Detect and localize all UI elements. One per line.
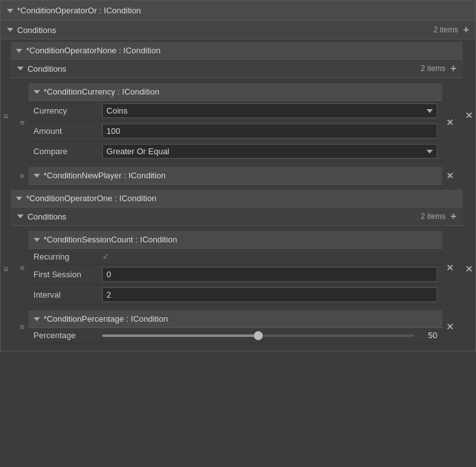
interval-input[interactable]: 2: [102, 287, 437, 302]
condition-currency-block: *ConditionCurrency : ICondition Currency…: [29, 83, 442, 162]
top-conditions-header: Conditions 2 items +: [1, 21, 475, 39]
operator-none-drag-handle[interactable]: ≡: [1, 106, 11, 126]
condition-session-collapse[interactable]: [34, 238, 40, 242]
currency-field-row: Currency Coins: [29, 101, 442, 121]
compare-select-value: Greater Or Equal: [107, 147, 169, 156]
operator-one-cond-count: 2 items: [421, 212, 446, 221]
operator-none-title: *ConditionOperatorNone : ICondition: [26, 46, 161, 55]
root-collapse-icon[interactable]: [7, 9, 13, 13]
condition-percentage-block: *ConditionPercentage : ICondition Percen…: [29, 310, 442, 343]
operator-one-conditions-content: ≡ *ConditionSessionCount : ICondition Re…: [11, 226, 463, 348]
top-conditions-collapse-icon[interactable]: [7, 28, 13, 32]
condition-percentage-row: ≡ *ConditionPercentage : ICondition Perc…: [11, 308, 463, 346]
interval-label: Interval: [34, 290, 97, 299]
currency-select-value: Coins: [107, 106, 128, 115]
operator-one-cond-label: Conditions: [27, 212, 66, 221]
operator-one-collapse-icon[interactable]: [16, 197, 22, 201]
first-session-label: First Session: [34, 270, 97, 279]
condition-session-block: *ConditionSessionCount : ICondition Recu…: [29, 231, 442, 305]
operator-none-cond-label: Conditions: [27, 64, 66, 74]
operator-one-drag-handle[interactable]: ≡: [1, 259, 11, 279]
condition-session-close[interactable]: ✕: [442, 261, 458, 275]
amount-field-row: Amount 100: [29, 121, 442, 141]
condition-session-row: ≡ *ConditionSessionCount : ICondition Re…: [11, 228, 463, 308]
operator-none-conditions-content: ≡ *ConditionCurrency : ICondition: [11, 78, 463, 190]
compare-label: Compare: [34, 147, 97, 156]
condition-new-player-title: *ConditionNewPlayer : ICondition: [44, 171, 166, 180]
condition-percentage-drag[interactable]: ≡: [16, 320, 29, 334]
condition-session-header: *ConditionSessionCount : ICondition: [29, 231, 442, 249]
condition-percentage-header: *ConditionPercentage : ICondition: [29, 310, 442, 328]
recurring-checkbox[interactable]: ✓: [102, 251, 110, 261]
percentage-label: Percentage: [34, 331, 97, 340]
condition-currency-collapse[interactable]: [34, 90, 40, 94]
operator-one-title: *ConditionOperatorOne : ICondition: [26, 194, 156, 203]
percentage-slider-value: 50: [420, 331, 437, 340]
condition-new-player-block: *ConditionNewPlayer : ICondition: [29, 167, 442, 185]
operator-none-close[interactable]: ✕: [463, 106, 475, 126]
condition-currency-row: ≡ *ConditionCurrency : ICondition: [11, 81, 463, 164]
condition-percentage-title: *ConditionPercentage : ICondition: [44, 314, 168, 324]
operator-one-cond-add[interactable]: +: [451, 211, 456, 221]
currency-label: Currency: [34, 106, 97, 115]
condition-currency-title: *ConditionCurrency : ICondition: [44, 87, 159, 96]
condition-session-drag[interactable]: ≡: [16, 261, 29, 275]
condition-new-player-header: *ConditionNewPlayer : ICondition: [29, 167, 442, 185]
operator-one-block: *ConditionOperatorOne : ICondition Condi…: [11, 190, 463, 348]
condition-new-player-row: ≡ *ConditionNewPlayer : ICondition ✕: [11, 164, 463, 187]
top-conditions-add-button[interactable]: +: [463, 25, 469, 35]
condition-new-player-collapse[interactable]: [34, 174, 40, 178]
operator-none-cond-add[interactable]: +: [451, 63, 456, 74]
interval-field-row: Interval 2: [29, 285, 442, 305]
root-panel: *ConditionOperatorOr : ICondition Condit…: [0, 0, 476, 352]
operator-one-cond-collapse[interactable]: [17, 214, 23, 218]
compare-field-row: Compare Greater Or Equal: [29, 141, 442, 162]
condition-session-title: *ConditionSessionCount : ICondition: [44, 235, 177, 244]
currency-select-arrow: [426, 109, 433, 113]
operator-none-cond-count: 2 items: [421, 64, 446, 73]
recurring-label: Recurring: [34, 252, 97, 261]
operator-none-header: *ConditionOperatorNone : ICondition: [11, 42, 463, 60]
top-conditions-section: Conditions 2 items + ≡ *ConditionOperato…: [1, 21, 475, 351]
percentage-slider-track[interactable]: [102, 334, 414, 337]
root-title: *ConditionOperatorOr : ICondition: [17, 6, 141, 15]
compare-select[interactable]: Greater Or Equal: [102, 144, 437, 159]
condition-currency-close[interactable]: ✕: [442, 115, 458, 130]
root-header: *ConditionOperatorOr : ICondition: [1, 1, 475, 21]
condition-percentage-close[interactable]: ✕: [442, 320, 458, 334]
top-conditions-label: Conditions: [17, 25, 56, 35]
operator-none-block: *ConditionOperatorNone : ICondition Cond…: [11, 42, 463, 190]
currency-select[interactable]: Coins: [102, 103, 437, 118]
percentage-slider-container: 50: [102, 331, 437, 340]
percentage-slider-thumb[interactable]: [254, 331, 263, 340]
amount-input[interactable]: 100: [102, 124, 437, 138]
operator-one-close[interactable]: ✕: [463, 260, 475, 279]
condition-currency-header: *ConditionCurrency : ICondition: [29, 83, 442, 101]
condition-currency-drag[interactable]: ≡: [16, 115, 29, 130]
operator-none-collapse-icon[interactable]: [16, 49, 22, 53]
operator-one-conditions-header: Conditions 2 items +: [11, 207, 463, 226]
operator-one-row: ≡ *ConditionOperatorOne : ICondition Con…: [1, 190, 475, 348]
condition-new-player-close[interactable]: ✕: [442, 169, 458, 183]
compare-select-arrow: [426, 150, 433, 154]
recurring-field-row: Recurring ✓: [29, 249, 442, 265]
operator-none-row: ≡ *ConditionOperatorNone : ICondition Co…: [1, 42, 475, 190]
amount-label: Amount: [34, 126, 97, 136]
percentage-field-row: Percentage 50: [29, 328, 442, 343]
condition-new-player-drag[interactable]: ≡: [16, 169, 29, 183]
operator-none-cond-collapse[interactable]: [17, 67, 23, 70]
condition-percentage-collapse[interactable]: [34, 317, 40, 321]
percentage-slider-fill: [102, 334, 258, 337]
operator-one-header: *ConditionOperatorOne : ICondition: [11, 190, 463, 207]
first-session-input[interactable]: 0: [102, 267, 437, 282]
top-conditions-count: 2 items: [433, 25, 458, 34]
top-conditions-wrapper: ≡ *ConditionOperatorNone : ICondition Co…: [1, 39, 475, 351]
first-session-field-row: First Session 0: [29, 265, 442, 285]
operator-none-conditions-header: Conditions 2 items +: [11, 60, 463, 78]
